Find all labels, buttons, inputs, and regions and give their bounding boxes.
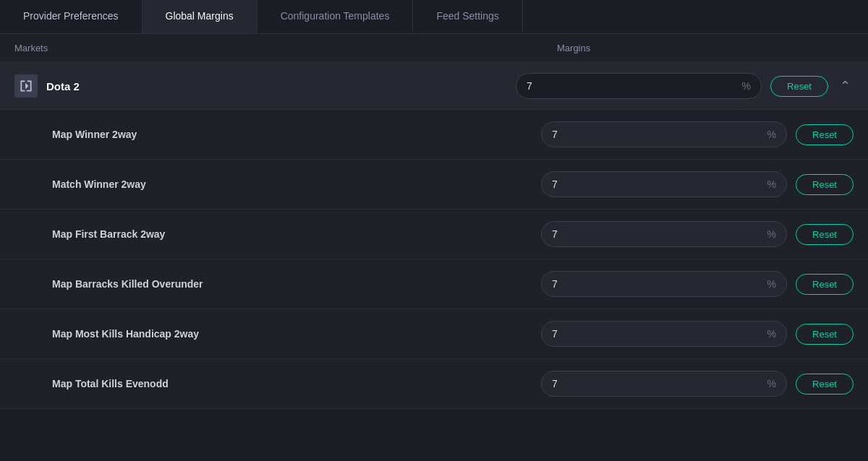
market-row-map-winner-2way: Map Winner 2way7%Reset — [0, 110, 868, 160]
col-margins-label: Margins — [550, 43, 854, 53]
game-percent-sign: % — [742, 80, 751, 92]
market-name-map-most-kills-handicap-2way: Map Most Kills Handicap 2way — [52, 328, 532, 340]
market-margin-value-map-first-barrack-2way: 7 — [552, 228, 762, 240]
market-percent-map-most-kills-handicap-2way: % — [767, 328, 776, 340]
collapse-toggle-button[interactable]: ⌃ — [837, 75, 854, 97]
tab-global-margins[interactable]: Global Margins — [142, 0, 258, 33]
market-margin-value-map-most-kills-handicap-2way: 7 — [552, 328, 762, 340]
col-markets-label: Markets — [14, 43, 550, 53]
market-row-map-most-kills-handicap-2way: Map Most Kills Handicap 2way7%Reset — [0, 309, 868, 359]
market-row-map-barracks-killed-overunder: Map Barracks Killed Overunder7%Reset — [0, 259, 868, 309]
content-area: Markets Margins Dota 2 7 % Reset ⌃ Map W… — [0, 34, 868, 409]
market-percent-map-winner-2way: % — [767, 129, 776, 140]
market-name-map-winner-2way: Map Winner 2way — [52, 129, 532, 140]
market-margin-input-map-first-barrack-2way[interactable]: 7% — [541, 221, 787, 247]
game-row: Dota 2 7 % Reset ⌃ — [0, 63, 868, 110]
market-reset-button-map-total-kills-evenodd[interactable]: Reset — [796, 374, 854, 395]
dota2-icon — [14, 74, 38, 98]
market-margin-input-match-winner-2way[interactable]: 7% — [541, 171, 787, 197]
tab-configuration-templates[interactable]: Configuration Templates — [258, 0, 414, 33]
tab-provider-preferences[interactable]: Provider Preferences — [0, 0, 142, 33]
market-margin-value-map-total-kills-evenodd: 7 — [552, 378, 762, 389]
column-headers: Markets Margins — [0, 34, 868, 63]
market-name-map-first-barrack-2way: Map First Barrack 2way — [52, 228, 532, 240]
game-reset-button[interactable]: Reset — [770, 76, 828, 97]
market-margin-input-map-most-kills-handicap-2way[interactable]: 7% — [541, 321, 787, 347]
market-margin-input-map-barracks-killed-overunder[interactable]: 7% — [541, 271, 787, 297]
game-margin-input[interactable]: 7 % — [516, 73, 762, 99]
market-reset-button-map-winner-2way[interactable]: Reset — [796, 124, 854, 145]
market-percent-match-winner-2way: % — [767, 178, 776, 190]
market-percent-map-total-kills-evenodd: % — [767, 378, 776, 389]
market-row-map-total-kills-evenodd: Map Total Kills Evenodd7%Reset — [0, 359, 868, 409]
tab-bar: Provider PreferencesGlobal MarginsConfig… — [0, 0, 868, 34]
market-margin-value-map-barracks-killed-overunder: 7 — [552, 278, 762, 290]
tab-feed-settings[interactable]: Feed Settings — [413, 0, 522, 33]
market-percent-map-barracks-killed-overunder: % — [767, 278, 776, 290]
markets-list: Map Winner 2way7%ResetMatch Winner 2way7… — [0, 110, 868, 409]
market-row-map-first-barrack-2way: Map First Barrack 2way7%Reset — [0, 210, 868, 259]
market-reset-button-match-winner-2way[interactable]: Reset — [796, 174, 854, 195]
market-name-match-winner-2way: Match Winner 2way — [52, 178, 532, 190]
market-percent-map-first-barrack-2way: % — [767, 228, 776, 240]
market-reset-button-map-barracks-killed-overunder[interactable]: Reset — [796, 274, 854, 295]
market-name-map-total-kills-evenodd: Map Total Kills Evenodd — [52, 378, 532, 389]
market-margin-input-map-total-kills-evenodd[interactable]: 7% — [541, 371, 787, 397]
market-margin-value-map-winner-2way: 7 — [552, 129, 762, 140]
market-row-match-winner-2way: Match Winner 2way7%Reset — [0, 160, 868, 210]
market-reset-button-map-most-kills-handicap-2way[interactable]: Reset — [796, 324, 854, 345]
game-margin-value: 7 — [527, 80, 736, 92]
market-margin-input-map-winner-2way[interactable]: 7% — [541, 121, 787, 147]
market-name-map-barracks-killed-overunder: Map Barracks Killed Overunder — [52, 278, 532, 290]
game-name: Dota 2 — [46, 80, 507, 92]
market-reset-button-map-first-barrack-2way[interactable]: Reset — [796, 224, 854, 245]
market-margin-value-match-winner-2way: 7 — [552, 178, 762, 190]
